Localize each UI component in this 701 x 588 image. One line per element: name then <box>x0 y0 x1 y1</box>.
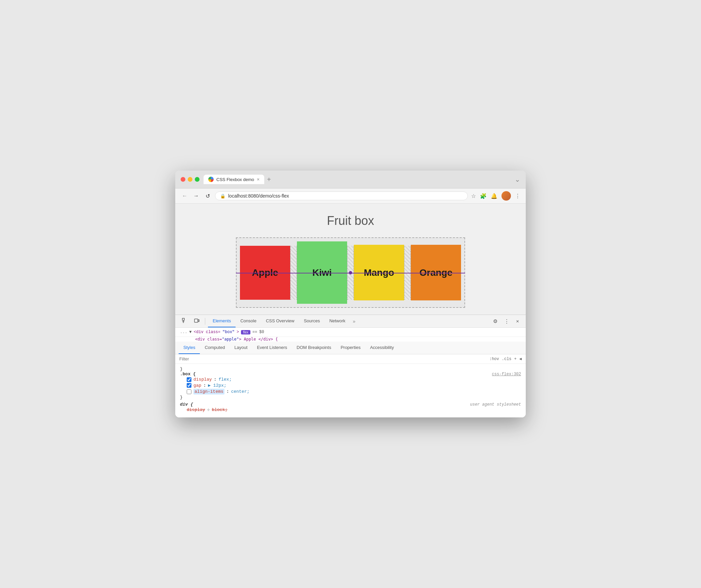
css-gap-checkbox[interactable] <box>187 383 191 388</box>
dom-open-tag: <div class= <box>194 330 220 334</box>
css-colon-align: : <box>226 389 229 394</box>
styles-filter-bar: :hov .cls + ◀ <box>175 354 526 364</box>
styles-tab-styles[interactable]: Styles <box>179 342 200 354</box>
tab-bar: CSS Flexbox demo × + <box>204 175 511 184</box>
css-property-name-display: display <box>193 377 212 382</box>
flex-gap-1 <box>290 246 297 300</box>
devtools-more-tabs[interactable]: » <box>350 316 358 327</box>
css-prop-gap: gap : ▶ 12px; <box>180 382 521 388</box>
svg-rect-3 <box>194 319 198 322</box>
url-display: localhost:8080/demo/css-flex <box>228 193 289 199</box>
devtools-tab-css-overview[interactable]: CSS Overview <box>261 315 299 327</box>
dom-child-preview: <div class="apple"> Apple </div> { <box>175 337 526 342</box>
inspect-element-button[interactable] <box>179 315 190 327</box>
refresh-button[interactable]: ↺ <box>204 192 212 200</box>
back-button[interactable]: ← <box>181 192 189 200</box>
css-colon-display: : <box>214 377 217 382</box>
dom-close-angle: > <box>237 330 239 334</box>
devtools-close-button[interactable]: × <box>513 316 522 327</box>
profile-icon[interactable]: ⌄ <box>515 175 520 183</box>
forward-button[interactable]: → <box>192 192 200 200</box>
flex-gap-3 <box>404 246 411 300</box>
fruit-apple: Apple <box>240 246 290 300</box>
css-property-name-gap: gap <box>193 383 201 388</box>
css-selector-box: .box { <box>180 372 196 377</box>
tab-close-button[interactable]: × <box>257 177 260 182</box>
toolbar-separator <box>205 318 205 325</box>
flex-badge: flex <box>241 330 250 334</box>
dom-equals: == <box>252 330 257 334</box>
device-toggle-button[interactable] <box>191 315 202 327</box>
styles-tab-computed[interactable]: Computed <box>200 342 230 354</box>
browser-actions: ☆ 🧩 🔔 ⋮ <box>471 191 520 201</box>
css-ua-property-value: block; <box>212 407 227 412</box>
css-ua-property-name: display <box>187 407 205 412</box>
styles-tab-dom-breakpoints[interactable]: DOM Breakpoints <box>292 342 336 354</box>
close-button[interactable] <box>181 177 185 182</box>
maximize-button[interactable] <box>195 177 200 182</box>
styles-panel-tabs: Styles Computed Layout Event Listeners D… <box>175 342 526 354</box>
css-ua-source: user agent stylesheet <box>470 402 521 407</box>
page-content: Fruit box Apple Kiwi Mango Orange <box>175 204 526 315</box>
fruit-mango: Mango <box>354 245 404 300</box>
center-dot <box>349 271 352 274</box>
css-property-value-gap: ▶ 12px; <box>208 383 226 388</box>
svg-rect-0 <box>182 318 184 320</box>
css-prop-align-items: align-items : center; <box>180 388 521 395</box>
css-colon-gap: : <box>203 383 206 388</box>
css-rule-ua: div { user agent stylesheet display : bl… <box>180 402 521 413</box>
styles-tab-layout[interactable]: Layout <box>230 342 252 354</box>
devtools-settings-button[interactable]: ⚙ <box>490 316 500 327</box>
dom-class-value: "box" <box>222 330 235 334</box>
css-rule-box: .box { css-flex:302 display : flex; gap … <box>180 372 521 400</box>
flex-demo-outer: Apple Kiwi Mango Orange <box>236 237 465 308</box>
devtools-tab-network[interactable]: Network <box>325 315 350 327</box>
devtools-toolbar: Elements Console CSS Overview Sources Ne… <box>175 315 526 328</box>
page-title: Fruit box <box>327 214 374 228</box>
styles-tab-accessibility[interactable]: Accessibility <box>365 342 399 354</box>
toggle-sidebar-button[interactable]: ◀ <box>519 356 522 361</box>
traffic-lights <box>181 177 200 182</box>
dom-dollar: $0 <box>259 330 264 334</box>
extension-button[interactable]: 🧩 <box>480 193 487 199</box>
css-source-link[interactable]: css-flex:302 <box>492 372 521 377</box>
menu-button[interactable]: ⋮ <box>515 193 520 199</box>
add-rule-button[interactable]: + <box>514 357 517 361</box>
devtools-tabs: Elements Console CSS Overview Sources Ne… <box>208 315 489 327</box>
avatar-button[interactable] <box>501 191 511 201</box>
devtools-tab-elements[interactable]: Elements <box>208 315 236 327</box>
css-rule-header: .box { css-flex:302 <box>180 372 521 377</box>
dom-expand-arrow[interactable]: ▼ <box>189 330 192 334</box>
dom-ellipsis: ... <box>180 330 187 334</box>
css-display-checkbox[interactable] <box>187 377 191 382</box>
styles-filter-input[interactable] <box>179 356 489 361</box>
css-align-items-checkbox[interactable] <box>187 389 191 394</box>
tab-label: CSS Flexbox demo <box>216 177 254 182</box>
styles-tab-properties[interactable]: Properties <box>336 342 365 354</box>
address-bar[interactable]: 🔒 localhost:8080/demo/css-flex <box>215 192 468 200</box>
css-ua-rule-header: div { user agent stylesheet <box>180 402 521 407</box>
dom-breadcrumb: ... ▼ <div class="box"> flex == $0 <box>175 328 526 337</box>
devtools-tab-console[interactable]: Console <box>236 315 261 327</box>
css-prop-display: display : flex; <box>180 377 521 382</box>
star-button[interactable]: ☆ <box>471 193 476 199</box>
devtools-tab-sources[interactable]: Sources <box>299 315 325 327</box>
browser-tab[interactable]: CSS Flexbox demo × <box>204 175 264 184</box>
notification-button[interactable]: 🔔 <box>491 193 497 199</box>
css-property-value-display: flex; <box>218 377 232 382</box>
fruit-orange: Orange <box>411 245 461 300</box>
css-ua-colon: : <box>207 407 210 412</box>
security-icon: 🔒 <box>220 194 225 199</box>
devtools-more-button[interactable]: ⋮ <box>501 316 512 327</box>
css-selector-div: div { <box>180 402 193 407</box>
styles-tab-event-listeners[interactable]: Event Listeners <box>252 342 292 354</box>
hov-button[interactable]: :hov <box>489 357 499 361</box>
minimize-button[interactable] <box>188 177 192 182</box>
css-property-value-align-items: center; <box>231 389 250 394</box>
new-tab-button[interactable]: + <box>267 176 271 183</box>
browser-window: CSS Flexbox demo × + ⌄ ← → ↺ 🔒 localhost… <box>175 171 526 417</box>
css-prop-ua-display: display : block; <box>180 407 521 413</box>
cls-button[interactable]: .cls <box>502 357 512 361</box>
svg-rect-4 <box>198 320 199 322</box>
devtools-panel: Elements Console CSS Overview Sources Ne… <box>175 315 526 417</box>
